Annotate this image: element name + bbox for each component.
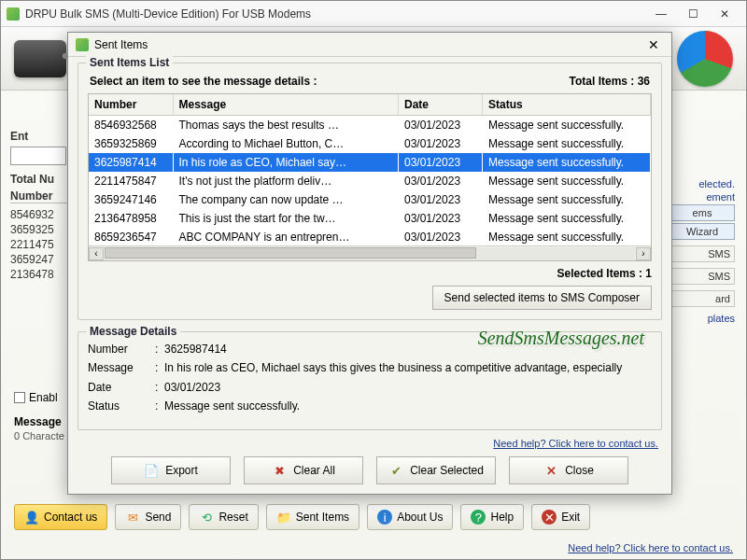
message-label: Message — [14, 415, 62, 428]
table-row[interactable]: 8659236547ABC COMPANY is an entrepren…03… — [89, 228, 651, 246]
cell-message: According to Michael Button, C… — [173, 134, 399, 153]
sms-chip-2[interactable]: SMS — [669, 268, 735, 285]
h-scrollbar[interactable]: ‹ › — [89, 245, 651, 260]
group-title: Sent Items List — [86, 56, 173, 69]
sent-items-list-group: Sent Items List Select an item to see th… — [78, 63, 662, 320]
dialog-close-button[interactable]: ✕ — [643, 36, 664, 53]
question-icon: ? — [471, 510, 486, 525]
total-items-label: Total Items : 36 — [570, 75, 650, 88]
detail-message-value: In his role as CEO, Michael says this gi… — [164, 358, 622, 377]
app-icon — [7, 7, 20, 21]
export-icon: 📄 — [144, 463, 159, 478]
refresh-icon: ⟲ — [199, 510, 214, 525]
scroll-right-icon[interactable]: › — [636, 247, 651, 260]
dialog-icon — [76, 38, 89, 51]
cell-date: 03/01/2023 — [399, 153, 483, 172]
send-to-composer-button[interactable]: Send selected items to SMS Composer — [432, 286, 652, 310]
detail-status-key: Status — [88, 397, 155, 415]
enable-label: Enabl — [29, 391, 58, 404]
table-row[interactable]: 3625987414In his role as CEO, Michael sa… — [89, 153, 651, 172]
minimize-button[interactable]: — — [645, 5, 677, 23]
list-item[interactable]: 3659325 — [10, 222, 76, 237]
scroll-left-icon[interactable]: ‹ — [89, 247, 104, 260]
cell-number: 3659325869 — [89, 134, 173, 153]
cell-message: This is just the start for the tw… — [173, 209, 399, 228]
message-details-group: Message Details Number:3625987414 Messag… — [78, 331, 662, 430]
cell-date: 03/01/2023 — [399, 209, 483, 228]
total-label: Total Nu — [10, 173, 76, 186]
envelope-icon: ✉ — [125, 510, 140, 525]
ement-label: ement — [669, 191, 735, 203]
dialog-titlebar: Sent Items ✕ — [68, 33, 671, 57]
list-item[interactable]: 2211475 — [10, 237, 76, 252]
ent-input[interactable] — [10, 147, 66, 165]
x-icon: ✕ — [542, 510, 557, 525]
cell-status: Message sent successfully. — [483, 116, 651, 135]
person-icon: 👤 — [24, 510, 39, 525]
cell-message: ABC COMPANY is an entrepren… — [173, 228, 399, 246]
send-button[interactable]: ✉Send — [115, 504, 181, 530]
dialog-button-row: 📄Export ✖Clear All ✔Clear Selected ✕Clos… — [68, 449, 671, 494]
dialog-help-link[interactable]: Need help? Click here to contact us. — [68, 436, 671, 449]
cell-status: Message sent successfully. — [483, 172, 651, 190]
details-title: Message Details — [86, 325, 180, 338]
items-button[interactable]: ems — [669, 204, 735, 221]
reset-button[interactable]: ⟲Reset — [189, 504, 258, 530]
cell-number: 2211475847 — [89, 172, 173, 190]
main-title: DRPU Bulk SMS (Multi-Device Edition) For… — [25, 7, 311, 21]
enable-row: Enabl — [14, 391, 58, 404]
help-button[interactable]: ?Help — [460, 504, 524, 530]
contact-us-button[interactable]: 👤Contact us — [14, 504, 107, 530]
col-message[interactable]: Message — [173, 94, 399, 116]
items-table[interactable]: Number Message Date Status 8546932568Tho… — [88, 93, 652, 261]
close-button[interactable]: ✕Close — [509, 456, 628, 484]
list-item[interactable]: 3659247 — [10, 252, 76, 267]
sent-items-dialog: Sent Items ✕ Sent Items List Select an i… — [67, 32, 672, 495]
col-number[interactable]: Number — [89, 94, 173, 116]
detail-number-value: 3625987414 — [164, 340, 227, 358]
col-date[interactable]: Date — [399, 94, 483, 116]
left-panel: Ent Total Nu Number 8546932 3659325 2211… — [10, 130, 76, 282]
table-row[interactable]: 2136478958This is just the start for the… — [89, 209, 651, 228]
scroll-track[interactable] — [105, 247, 635, 260]
list-item[interactable]: 2136478 — [10, 267, 76, 282]
info-icon: i — [377, 510, 392, 525]
enable-checkbox[interactable] — [14, 392, 25, 403]
instruction-label: Select an item to see the message detail… — [90, 75, 317, 88]
clear-all-button[interactable]: ✖Clear All — [244, 456, 363, 484]
ard-chip[interactable]: ard — [669, 290, 735, 307]
detail-date-value: 03/01/2023 — [164, 378, 220, 397]
about-us-button[interactable]: iAbout Us — [367, 504, 453, 530]
dialog-title: Sent Items — [94, 38, 148, 51]
table-row[interactable]: 3659247146The company can now update …03… — [89, 190, 651, 209]
wizard-button[interactable]: Wizard — [669, 223, 735, 240]
cell-status: Message sent successfully. — [483, 190, 651, 209]
exit-button[interactable]: ✕Exit — [531, 504, 590, 530]
list-item[interactable]: 8546932 — [10, 207, 76, 222]
cell-number: 2136478958 — [89, 209, 173, 228]
cell-number: 3625987414 — [89, 153, 173, 172]
pie-chart-icon — [677, 31, 733, 87]
col-status[interactable]: Status — [483, 94, 651, 116]
main-titlebar: DRPU Bulk SMS (Multi-Device Edition) For… — [1, 1, 746, 27]
table-row[interactable]: 3659325869According to Michael Button, C… — [89, 134, 651, 153]
detail-number-key: Number — [88, 340, 155, 358]
maximize-button[interactable]: ☐ — [677, 5, 709, 23]
selected-items-label: Selected Items : 1 — [557, 267, 652, 280]
close-main-button[interactable]: ✕ — [709, 5, 740, 23]
main-help-link[interactable]: Need help? Click here to contact us. — [568, 542, 733, 553]
cell-message: In his role as CEO, Michael say… — [173, 153, 399, 172]
detail-date-key: Date — [88, 378, 155, 397]
export-button[interactable]: 📄Export — [111, 456, 231, 484]
plates-label: plates — [669, 313, 735, 324]
cell-date: 03/01/2023 — [399, 134, 483, 153]
clear-selected-button[interactable]: ✔Clear Selected — [376, 456, 496, 484]
sms-chip-1[interactable]: SMS — [669, 245, 735, 262]
table-row[interactable]: 2211475847It's not just the platform del… — [89, 172, 651, 190]
scroll-thumb[interactable] — [105, 247, 476, 259]
sent-items-button[interactable]: 📁Sent Items — [266, 504, 359, 530]
cell-message: It's not just the platform deliv… — [173, 172, 399, 190]
cell-date: 03/01/2023 — [399, 228, 483, 246]
right-panel: elected. ement ems Wizard SMS SMS ard pl… — [669, 176, 735, 326]
table-row[interactable]: 8546932568Thomas says the best results …… — [89, 116, 651, 135]
